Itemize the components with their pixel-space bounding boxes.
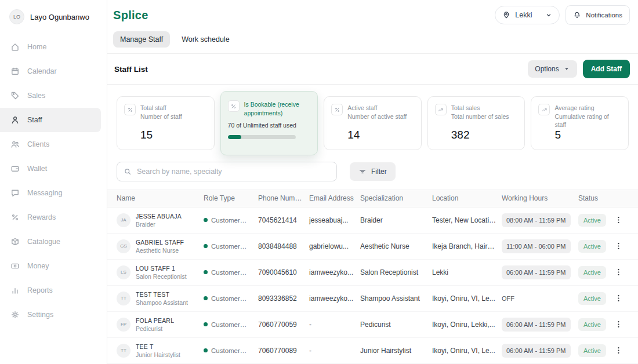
working-hours-chip: 06:00 AM - 11:59 PM — [502, 344, 571, 358]
avatar-initials: LS — [121, 270, 126, 275]
email-address: iamweezyko... — [309, 294, 360, 303]
user-profile[interactable]: LO Layo Ogunbanwo — [0, 0, 107, 35]
sidebar-item-money[interactable]: Money — [0, 254, 101, 278]
sidebar-item-label: Sales — [27, 92, 45, 100]
tab-manage-staff[interactable]: Manage Staff — [113, 31, 170, 48]
table-row[interactable]: JA JESSE ABUAJA Braider Customer-F... 70… — [107, 208, 638, 234]
column-header-role-type: Role Type — [204, 194, 258, 202]
kebab-menu-icon[interactable] — [614, 319, 624, 330]
topbar: Splice Lekki Notifications — [107, 0, 638, 30]
table-row[interactable]: TT TEE T Junior Hairstylist Customer-F..… — [107, 338, 638, 364]
phone-number: 7045621414 — [258, 216, 309, 224]
stat-subtitle: 70 of Unlimited staff used — [228, 121, 311, 129]
sidebar-item-label: Clients — [27, 140, 49, 148]
stats-row: Total staff Number of staff 15 Is Bookab… — [107, 85, 638, 159]
sidebar-item-home[interactable]: Home — [0, 35, 101, 59]
table-header: NameRole TypePhone NumberEmail AddressSp… — [107, 190, 638, 208]
stat-card-bookable[interactable]: Is Bookable (receive appointments) 70 of… — [220, 91, 318, 155]
stat-card-total-staff[interactable]: Total staff Number of staff 15 — [117, 96, 215, 150]
avatar-initials: JA — [121, 217, 126, 223]
stat-value: 14 — [347, 129, 414, 141]
search-box[interactable] — [117, 162, 337, 181]
table-row[interactable]: LS LOU STAFF 1 Salon Receptionist Custom… — [107, 260, 638, 286]
staff-role: Shampoo Assistant — [136, 299, 188, 306]
avatar-initials: FP — [121, 322, 126, 327]
main-content: Splice Lekki Notifications — [107, 0, 638, 364]
sidebar-item-reports[interactable]: Reports — [0, 278, 101, 303]
location-selector[interactable]: Lekki — [495, 6, 560, 24]
avatar: JA — [117, 213, 130, 227]
role-type-dot — [204, 296, 208, 300]
column-header-phone-number: Phone Number — [258, 194, 309, 202]
column-header-specialization: Specialization — [360, 194, 432, 202]
role-type: Customer-F... — [211, 295, 253, 302]
working-hours-chip: OFF — [502, 292, 514, 305]
add-staff-button[interactable]: Add Staff — [583, 60, 630, 78]
tab-work-schedule[interactable]: Work schedule — [182, 31, 229, 48]
table-row[interactable]: FP FOLA PEARL Pedicurist Customer-F... 7… — [107, 312, 638, 338]
kebab-menu-icon[interactable] — [614, 214, 624, 225]
sidebar-item-wallet[interactable]: Wallet — [0, 156, 101, 181]
sidebar-item-calendar[interactable]: Calendar — [0, 59, 101, 83]
table-row[interactable]: GS GABRIEL STAFF Aesthetic Nurse Custome… — [107, 234, 638, 260]
bell-icon — [573, 11, 581, 19]
staff-role: Salon Receptionist — [136, 273, 187, 280]
sidebar-item-staff[interactable]: Staff — [0, 108, 101, 132]
role-type: Customer-F... — [211, 347, 253, 354]
kebab-menu-icon[interactable] — [614, 267, 624, 278]
phone-number: 7060770059 — [258, 321, 309, 329]
role-type-dot — [204, 270, 208, 274]
staff-name: FOLA PEARL — [136, 317, 174, 324]
sidebar-item-settings[interactable]: Settings — [0, 303, 101, 327]
kebab-menu-icon[interactable] — [614, 345, 624, 356]
kebab-menu-icon[interactable] — [614, 293, 624, 304]
phone-number: 7090045610 — [258, 268, 309, 276]
splice-logo: Splice — [113, 9, 148, 22]
working-hours-chip: 06:00 AM - 11:59 PM — [502, 318, 571, 332]
search-input[interactable] — [137, 168, 330, 176]
sidebar-item-sales[interactable]: Sales — [0, 83, 101, 108]
options-button[interactable]: Options — [528, 60, 577, 78]
sidebar-item-clients[interactable]: Clients — [0, 132, 101, 156]
location-value: Lekki — [515, 11, 541, 19]
status-badge: Active — [578, 240, 606, 253]
staff-role: Braider — [136, 221, 182, 228]
staff-name: TEST TEST — [136, 291, 188, 298]
search-icon — [124, 168, 132, 176]
status-badge: Active — [578, 266, 606, 279]
stat-title: Total staff — [140, 104, 182, 112]
avatar-initials: GS — [120, 243, 127, 249]
sidebar-item-label: Catalogue — [27, 238, 60, 246]
stat-card-total-sales[interactable]: Total sales Total number of sales 382 — [427, 96, 525, 150]
avatar: LS — [117, 265, 130, 279]
specialization: Aesthetic Nurse — [360, 242, 432, 250]
role-type: Customer-F... — [211, 243, 253, 250]
table-body: JA JESSE ABUAJA Braider Customer-F... 70… — [107, 208, 638, 364]
table-row[interactable]: TT TEST TEST Shampoo Assistant Customer-… — [107, 286, 638, 312]
staff-name: TEE T — [136, 343, 180, 350]
staff-role: Aesthetic Nurse — [136, 247, 184, 254]
trend-up-icon — [538, 104, 550, 115]
filter-button[interactable]: Filter — [350, 162, 396, 181]
email-address: jesseabuaj... — [309, 216, 360, 224]
specialization: Salon Receptionist — [360, 268, 432, 276]
avatar: TT — [117, 292, 130, 305]
chevron-down-icon — [545, 12, 552, 19]
notifications-button[interactable]: Notifications — [566, 5, 630, 25]
kebab-menu-icon[interactable] — [614, 241, 624, 252]
sidebar-item-label: Rewards — [27, 213, 56, 221]
bookable-progress-fill — [228, 135, 241, 139]
sidebar-item-messaging[interactable]: Messaging — [0, 181, 101, 205]
sidebar-item-catalogue[interactable]: Catalogue — [0, 230, 101, 254]
wallet-icon — [10, 164, 20, 173]
percent-icon — [124, 104, 136, 115]
calendar-icon — [10, 67, 20, 76]
column-header-email-address: Email Address — [309, 194, 360, 202]
role-type-dot — [204, 218, 208, 222]
staff-name: JESSE ABUAJA — [136, 213, 182, 220]
stat-card-active-staff[interactable]: Active staff Number of active staff 14 — [324, 96, 422, 150]
working-hours-chip: 11:00 AM - 06:00 PM — [502, 239, 571, 253]
working-hours-chip: 06:00 AM - 11:59 PM — [502, 265, 571, 279]
stat-card-average-rating[interactable]: Average rating Cumulative rating of staf… — [531, 96, 629, 150]
sidebar-item-rewards[interactable]: Rewards — [0, 205, 101, 230]
